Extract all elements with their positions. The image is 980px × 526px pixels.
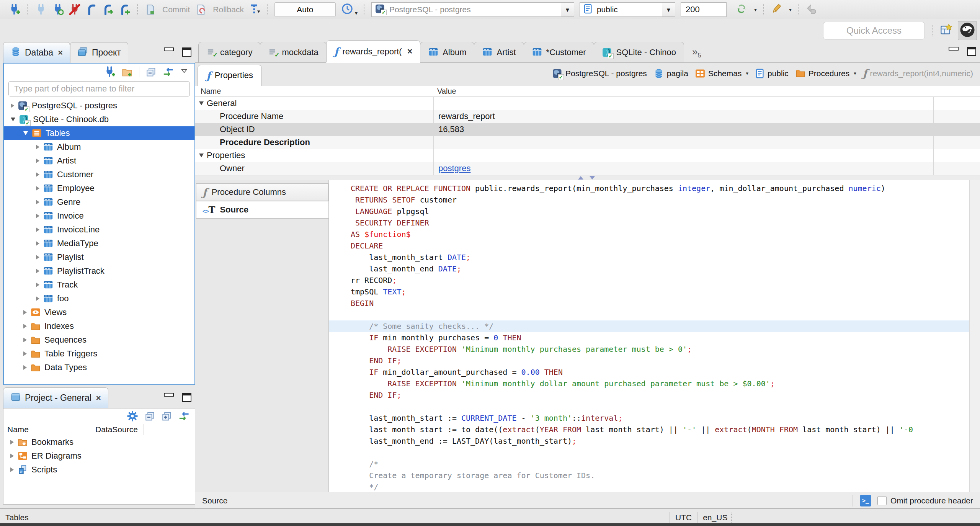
expander-icon[interactable]	[23, 131, 28, 135]
connection-combo[interactable]: ✓ PostgreSQL - postgres ▼	[371, 2, 574, 17]
tab-overflow-chevron[interactable]: »5	[692, 46, 701, 62]
tree-item-scripts[interactable]: Scripts	[3, 463, 195, 477]
expander-icon[interactable]	[36, 255, 39, 260]
tree-item-artist[interactable]: Artist	[4, 154, 194, 168]
close-icon[interactable]: ×	[407, 46, 412, 57]
expander-icon[interactable]	[36, 158, 39, 163]
breadcrumb-item-procedures[interactable]: Procedures ▾	[794, 68, 858, 79]
breadcrumb-item-rewards-report-int4-numeric-[interactable]: ƒrewards_report(int4,numeric)	[861, 67, 975, 79]
tab-projects[interactable]: Проект	[70, 42, 128, 63]
column-datasource[interactable]: DataSource	[92, 424, 144, 435]
property-row-procedure-description[interactable]: Procedure Description	[195, 136, 980, 149]
tree-item-sqlite-chinook-db[interactable]: ✓ SQLite - Chinook.db	[4, 113, 194, 126]
chevron-down-icon[interactable]: ▾	[854, 70, 856, 76]
tree-item-mediatype[interactable]: MediaType	[4, 237, 194, 250]
status-timezone[interactable]: UTC	[675, 513, 692, 522]
rollback-button[interactable]: Rollback	[213, 5, 244, 14]
breadcrumb-item-schemas[interactable]: Schemas ▾	[693, 67, 750, 80]
editor-tab-artist[interactable]: Artist	[474, 42, 524, 62]
link-with-editor-icon[interactable]	[162, 67, 174, 77]
settings-gear-icon[interactable]	[127, 410, 138, 422]
editor-tab-sqlite-chinoo[interactable]: ✓SQLite - Chinoo	[594, 42, 684, 62]
auto-commit-button[interactable]: Auto	[274, 2, 336, 17]
property-row-procedure-name[interactable]: Procedure Namerewards_report	[195, 110, 980, 123]
tab-source[interactable]: <>TSource	[196, 201, 328, 219]
expander-icon[interactable]	[36, 172, 39, 177]
expander-icon[interactable]	[36, 296, 39, 301]
tree-item-sequences[interactable]: Sequences	[4, 333, 194, 347]
new-connection-icon[interactable]	[8, 4, 20, 15]
breadcrumb-item-postgresql-postgres[interactable]: ✓PostgreSQL - postgres	[550, 67, 648, 80]
editor-tab-album[interactable]: Album	[420, 42, 474, 62]
new-connection-icon[interactable]	[104, 66, 115, 78]
tree-item-table-triggers[interactable]: Table Triggers	[4, 347, 194, 361]
perspective-icon[interactable]	[940, 24, 952, 38]
terminal-icon[interactable]: >_	[860, 495, 871, 506]
omit-checkbox[interactable]	[877, 496, 887, 505]
minimize-icon[interactable]	[949, 47, 959, 51]
close-icon[interactable]: ×	[96, 393, 101, 403]
chevron-down-icon[interactable]: ▾	[746, 70, 748, 76]
expander-icon[interactable]	[36, 145, 39, 149]
expander-icon[interactable]	[10, 467, 14, 472]
connect-icon[interactable]	[35, 4, 47, 15]
expander-icon[interactable]	[23, 365, 27, 370]
maximize-icon[interactable]	[967, 47, 976, 56]
close-icon[interactable]: ×	[58, 48, 63, 58]
connection-combo-dropdown[interactable]: ▼	[561, 3, 574, 16]
schema-combo[interactable]: public ▼	[580, 2, 675, 17]
minimize-icon[interactable]	[164, 47, 174, 51]
tree-item-foo[interactable]: foo	[4, 292, 194, 305]
omit-procedure-header-option[interactable]: Omit procedure header	[877, 496, 973, 505]
editor-tab-mockdata[interactable]: ✓mockdata	[260, 42, 326, 62]
commit-button[interactable]: Commit	[162, 5, 190, 14]
breadcrumb-item-pagila[interactable]: pagila	[652, 67, 690, 80]
source-code-editor[interactable]: CREATE OR REPLACE FUNCTION public.reward…	[328, 180, 969, 492]
open-sql-script-icon[interactable]	[103, 4, 114, 15]
new-sql-script-icon[interactable]	[119, 4, 131, 15]
property-row-properties[interactable]: Properties	[195, 149, 980, 162]
auto-refresh-dropdown-icon[interactable]: ▾	[754, 7, 757, 13]
new-folder-icon[interactable]	[121, 67, 133, 77]
tree-item-data-types[interactable]: Data Types	[4, 361, 194, 374]
dbeaver-logo[interactable]	[958, 21, 977, 40]
expander-icon[interactable]	[199, 154, 204, 157]
tree-item-employee[interactable]: Employee	[4, 181, 194, 195]
property-row-object-id[interactable]: Object ID16,583	[195, 123, 980, 136]
expander-icon[interactable]	[36, 214, 39, 218]
expander-icon[interactable]	[23, 338, 27, 342]
editor-tab--customer[interactable]: *Customer	[524, 42, 594, 62]
column-name[interactable]: Name	[3, 424, 92, 435]
sql-editor-icon[interactable]	[86, 4, 97, 15]
owner-link[interactable]: postgres	[438, 163, 470, 173]
expand-all-icon[interactable]	[161, 411, 172, 421]
editor-tab-category[interactable]: ✓category	[198, 42, 260, 62]
editor-scrollbar[interactable]	[969, 180, 980, 492]
tree-item-playlisttrack[interactable]: PlaylistTrack	[4, 264, 194, 278]
pen-dropdown-icon[interactable]: ▾	[789, 7, 792, 13]
schema-combo-dropdown[interactable]: ▼	[662, 3, 675, 16]
splitter-sash[interactable]	[195, 175, 980, 180]
auto-refresh-icon[interactable]	[736, 3, 747, 16]
property-row-owner[interactable]: Ownerpostgres	[195, 162, 980, 175]
column-value[interactable]: Value	[433, 87, 456, 96]
tree-item-playlist[interactable]: Playlist	[4, 250, 194, 264]
expander-icon[interactable]	[23, 324, 27, 328]
tree-item-track[interactable]: Track	[4, 278, 194, 292]
tree-item-genre[interactable]: Genre	[4, 195, 194, 209]
tree-item-views[interactable]: Views	[4, 305, 194, 319]
breadcrumb-item-public[interactable]: public	[753, 67, 790, 80]
tree-item-invoice[interactable]: Invoice	[4, 209, 194, 223]
tree-item-invoiceline[interactable]: InvoiceLine	[4, 223, 194, 237]
expander-icon[interactable]	[11, 103, 14, 108]
expander-icon[interactable]	[36, 283, 39, 287]
tab-database-navigator[interactable]: Databa ×	[3, 42, 70, 63]
maximize-icon[interactable]	[182, 393, 191, 402]
filter-input[interactable]	[8, 81, 190, 96]
expander-icon[interactable]	[36, 241, 39, 246]
view-menu-icon[interactable]	[180, 69, 189, 75]
tree-item-postgresql-postgres[interactable]: ✓ PostgreSQL - postgres	[4, 99, 194, 113]
editor-tab-rewards-report-[interactable]: ƒrewards_report( ×	[326, 40, 420, 62]
fetch-size-input[interactable]: 200	[681, 2, 727, 17]
transaction-mode-icon[interactable]	[249, 3, 261, 16]
